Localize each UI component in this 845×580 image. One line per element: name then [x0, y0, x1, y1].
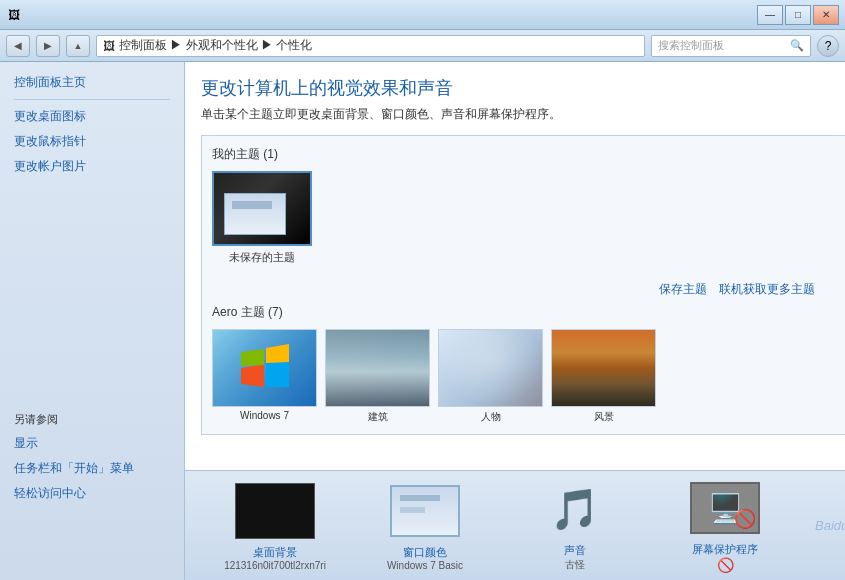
window-color-preview: [390, 485, 460, 537]
desktop-background-value: 121316n0it700tl2rxn7ri: [224, 560, 326, 571]
aero-theme-item-3[interactable]: 风景: [551, 329, 656, 424]
desktop-background-icon[interactable]: [235, 481, 315, 541]
maximize-button[interactable]: □: [785, 5, 811, 25]
bottom-bar: 桌面背景 121316n0it700tl2rxn7ri 窗口颜色 Windows…: [185, 470, 845, 580]
aero-theme-label-0: Windows 7: [240, 410, 289, 421]
sidebar-link-ease-of-access[interactable]: 轻松访问中心: [14, 485, 134, 502]
app-folder-icon: 🖼: [103, 39, 115, 53]
address-path[interactable]: 🖼 控制面板 ▶ 外观和个性化 ▶ 个性化: [96, 35, 645, 57]
screensaver-label: 屏幕保护程序: [692, 542, 758, 557]
title-bar: 🖼 — □ ✕: [0, 0, 845, 30]
windows7-logo: [241, 344, 289, 392]
aero-theme-thumbnail-1[interactable]: [325, 329, 430, 407]
screensaver-icon-wrap[interactable]: 🖥️: [685, 478, 765, 538]
get-more-themes-link[interactable]: 联机获取更多主题: [719, 281, 815, 298]
window-color-label: 窗口颜色: [403, 545, 447, 560]
aero-theme-item-0[interactable]: Windows 7: [212, 329, 317, 424]
up-button[interactable]: ▲: [66, 35, 90, 57]
window-color-value: Windows 7 Basic: [387, 560, 463, 571]
sidebar-link-display[interactable]: 显示: [14, 435, 134, 452]
unsaved-theme-item[interactable]: 未保存的主题: [212, 171, 312, 265]
aero-theme-thumbnail-0[interactable]: [212, 329, 317, 407]
aero-themes-label: Aero 主题 (7): [212, 304, 835, 321]
sidebar-link-desktop-icon[interactable]: 更改桌面图标: [14, 108, 170, 125]
desktop-background-item[interactable]: 桌面背景 121316n0it700tl2rxn7ri: [215, 481, 335, 571]
search-placeholder: 搜索控制面板: [658, 38, 790, 53]
window-controls: — □ ✕: [757, 5, 839, 25]
aero-theme-label-1: 建筑: [368, 410, 388, 424]
aero-theme-item-1[interactable]: 建筑: [325, 329, 430, 424]
my-themes-label: 我的主题 (1): [212, 146, 835, 163]
help-button[interactable]: ?: [817, 35, 839, 57]
sound-icon: 🎵: [550, 486, 600, 533]
desktop-background-label: 桌面背景: [253, 545, 297, 560]
aero-theme-label-3: 风景: [594, 410, 614, 424]
app-icon: 🖼: [6, 7, 22, 23]
minimize-button[interactable]: —: [757, 5, 783, 25]
window-color-item[interactable]: 窗口颜色 Windows 7 Basic: [365, 481, 485, 571]
aero-theme-thumbnail-2[interactable]: [438, 329, 543, 407]
screensaver-value: 🚫: [717, 557, 734, 573]
page-description: 单击某个主题立即更改桌面背景、窗口颜色、声音和屏幕保护程序。: [201, 106, 845, 123]
sound-icon-wrap[interactable]: 🎵: [535, 479, 615, 539]
sidebar: 控制面板主页 更改桌面图标 更改鼠标指针 更改帐户图片 另请参阅 显示 任务栏和…: [0, 62, 185, 580]
search-icon[interactable]: 🔍: [790, 39, 804, 52]
content-inner: 更改计算机上的视觉效果和声音 单击某个主题立即更改桌面背景、窗口颜色、声音和屏幕…: [185, 62, 845, 470]
theme-scroll-area: 我的主题 (1) 未保存的主题 保存主题 联机获取更多主题: [201, 135, 845, 435]
main-layout: 控制面板主页 更改桌面图标 更改鼠标指针 更改帐户图片 另请参阅 显示 任务栏和…: [0, 62, 845, 580]
aero-themes-grid: Windows 7 建筑: [212, 329, 835, 424]
aero-theme-label-2: 人物: [481, 410, 501, 424]
content-area: 更改计算机上的视觉效果和声音 单击某个主题立即更改桌面背景、窗口颜色、声音和屏幕…: [185, 62, 845, 580]
search-box[interactable]: 搜索控制面板 🔍: [651, 35, 811, 57]
sound-label: 声音: [564, 543, 586, 558]
unsaved-theme-label: 未保存的主题: [229, 250, 295, 265]
sidebar-link-taskbar[interactable]: 任务栏和「开始」菜单: [14, 460, 134, 477]
screensaver-item[interactable]: 🖥️ 屏幕保护程序 🚫: [665, 478, 785, 573]
content-panel: 更改计算机上的视觉效果和声音 单击某个主题立即更改桌面背景、窗口颜色、声音和屏幕…: [185, 62, 845, 470]
sound-item[interactable]: 🎵 声音 古怪: [515, 479, 635, 572]
address-bar: ◀ ▶ ▲ 🖼 控制面板 ▶ 外观和个性化 ▶ 个性化 搜索控制面板 🔍 ?: [0, 30, 845, 62]
theme-actions-row: 保存主题 联机获取更多主题: [212, 275, 835, 304]
sound-value: 古怪: [565, 558, 585, 572]
forward-button[interactable]: ▶: [36, 35, 60, 57]
also-see-title: 另请参阅: [14, 412, 134, 427]
unsaved-theme-thumbnail[interactable]: [212, 171, 312, 246]
sidebar-link-mouse-pointer[interactable]: 更改鼠标指针: [14, 133, 170, 150]
window-color-icon-wrap[interactable]: [385, 481, 465, 541]
sidebar-divider-1: [14, 99, 170, 100]
aero-theme-thumbnail-3[interactable]: [551, 329, 656, 407]
breadcrumb: 控制面板 ▶ 外观和个性化 ▶ 个性化: [119, 37, 312, 54]
my-themes-grid: 未保存的主题: [212, 171, 835, 265]
sidebar-home-link[interactable]: 控制面板主页: [14, 74, 170, 91]
scroll-content: 我的主题 (1) 未保存的主题 保存主题 联机获取更多主题: [202, 136, 845, 434]
screensaver-preview: 🖥️: [690, 482, 760, 534]
close-button[interactable]: ✕: [813, 5, 839, 25]
sidebar-link-account-picture[interactable]: 更改帐户图片: [14, 158, 170, 175]
save-theme-link[interactable]: 保存主题: [659, 281, 707, 298]
baidu-watermark: Baidu: [815, 518, 845, 533]
back-button[interactable]: ◀: [6, 35, 30, 57]
page-title: 更改计算机上的视觉效果和声音: [201, 76, 845, 100]
desktop-bg-preview: [235, 483, 315, 539]
aero-theme-item-2[interactable]: 人物: [438, 329, 543, 424]
